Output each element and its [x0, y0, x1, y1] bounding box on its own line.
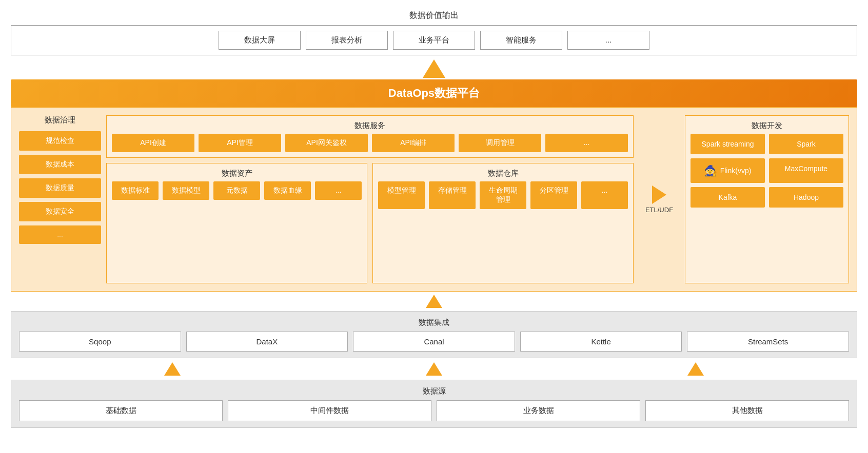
output-box-smartservice: 智能服务	[480, 31, 562, 50]
arrow-head	[423, 59, 445, 78]
etl-arrow	[652, 186, 666, 204]
integration-boxes: Sqoop DataX Canal Kettle StreamSets	[19, 332, 849, 352]
output-title: 数据价值输出	[11, 10, 857, 21]
datasource-arrow-1	[426, 362, 442, 376]
output-boxes: 数据大屏 报表分析 业务平台 智能服务 ...	[11, 25, 857, 55]
main-container: 数据价值输出 数据大屏 报表分析 业务平台 智能服务 ... DataOps数据…	[11, 10, 857, 428]
datawarehouse-item-3: 分区管理	[530, 181, 577, 209]
integration-item-2: Canal	[353, 332, 515, 352]
datadev-label: 数据开发	[691, 121, 843, 131]
datadev-column: 数据开发 Spark streaming Spark 🧙 Flink(vvp) …	[685, 115, 849, 283]
dataservice-panel: 数据服务 API创建 API管理 API网关鉴权 API编排 调用管理 ...	[106, 115, 634, 158]
integration-item-1: DataX	[186, 332, 348, 352]
dataservice-item-5: ...	[545, 134, 628, 152]
output-box-more: ...	[567, 31, 649, 50]
datasource-item-3: 其他数据	[645, 400, 849, 421]
integration-item-0: Sqoop	[19, 332, 181, 352]
middle-column: 数据服务 API创建 API管理 API网关鉴权 API编排 调用管理 ... …	[106, 115, 634, 283]
dataasset-item-2: 元数据	[213, 181, 260, 200]
governance-item-4: ...	[19, 225, 101, 244]
output-arrow-container	[11, 59, 857, 78]
dataasset-item-3: 数据血缘	[264, 181, 311, 200]
datawarehouse-label: 数据仓库	[378, 169, 628, 178]
datadev-item-0: Spark streaming	[691, 134, 765, 154]
integration-arrow	[426, 295, 442, 308]
governance-item-1: 数据成本	[19, 155, 101, 174]
dataservice-item-3: API编排	[372, 134, 455, 152]
datawarehouse-item-4: ...	[581, 181, 628, 209]
datasource-arrow-2	[687, 362, 704, 376]
integration-item-4: StreamSets	[687, 332, 849, 352]
datasource-item-0: 基础数据	[19, 400, 223, 421]
datawarehouse-item-0: 模型管理	[378, 181, 425, 209]
integration-section: 数据集成 Sqoop DataX Canal Kettle StreamSets	[11, 311, 857, 358]
datasource-title: 数据源	[19, 386, 849, 396]
dataservice-item-4: 调用管理	[459, 134, 541, 152]
output-box-report: 报表分析	[306, 31, 388, 50]
datadev-item-1: Spark	[769, 134, 843, 154]
flink-icon: 🧙	[704, 164, 717, 177]
dataops-title: DataOps数据平台	[388, 87, 480, 99]
governance-item-3: 数据安全	[19, 202, 101, 221]
dataservice-label: 数据服务	[112, 121, 628, 131]
datadev-item-2-label: Flink(vvp)	[720, 167, 752, 175]
datasource-arrow-0	[164, 362, 181, 376]
orange-area: 数据治理 规范检查 数据成本 数据质量 数据安全 ... 数据服务 API创建 …	[11, 107, 857, 292]
datawarehouse-panel: 数据仓库 模型管理 存储管理 生命周期管理 分区管理 ...	[372, 163, 634, 283]
dataasset-buttons: 数据标准 数据模型 元数据 数据血缘 ...	[112, 181, 362, 200]
datasource-item-2: 业务数据	[437, 400, 640, 421]
datasource-arrows-row	[11, 359, 857, 379]
output-box-dashscreen: 数据大屏	[219, 31, 301, 50]
output-arrow	[423, 59, 445, 78]
integration-title: 数据集成	[19, 318, 849, 327]
datawarehouse-buttons: 模型管理 存储管理 生命周期管理 分区管理 ...	[378, 181, 628, 209]
datadev-item-5: Hadoop	[769, 187, 843, 208]
dataservice-item-1: API管理	[199, 134, 281, 152]
bottom-panels: 数据资产 数据标准 数据模型 元数据 数据血缘 ... 数据仓库 模型管理 存储…	[106, 163, 634, 283]
dataops-platform: DataOps数据平台	[11, 79, 857, 107]
dataservice-buttons: API创建 API管理 API网关鉴权 API编排 调用管理 ...	[112, 134, 628, 152]
datadev-item-4: Kafka	[691, 187, 765, 208]
datadev-item-2: 🧙 Flink(vvp)	[691, 158, 765, 183]
integration-arrow-row	[11, 293, 857, 310]
governance-item-2: 数据质量	[19, 178, 101, 198]
datawarehouse-item-2: 生命周期管理	[480, 181, 526, 209]
etl-area: ETL/UDF	[639, 115, 680, 283]
datadev-item-3: MaxCompute	[769, 158, 843, 183]
dataservice-item-2: API网关鉴权	[285, 134, 368, 152]
integration-item-3: Kettle	[520, 332, 682, 352]
datasource-boxes: 基础数据 中间件数据 业务数据 其他数据	[19, 400, 849, 421]
datadev-grid: Spark streaming Spark 🧙 Flink(vvp) MaxCo…	[691, 134, 843, 208]
datawarehouse-item-1: 存储管理	[429, 181, 476, 209]
datasource-section: 数据源 基础数据 中间件数据 业务数据 其他数据	[11, 380, 857, 428]
datasource-item-1: 中间件数据	[228, 400, 431, 421]
governance-column: 数据治理 规范检查 数据成本 数据质量 数据安全 ...	[19, 115, 101, 283]
dataasset-panel: 数据资产 数据标准 数据模型 元数据 数据血缘 ...	[106, 163, 367, 283]
governance-item-0: 规范检查	[19, 131, 101, 151]
output-section: 数据价值输出 数据大屏 报表分析 业务平台 智能服务 ...	[11, 10, 857, 55]
dataasset-item-0: 数据标准	[112, 181, 159, 200]
governance-label: 数据治理	[19, 115, 101, 125]
dataasset-item-1: 数据模型	[163, 181, 209, 200]
dataservice-item-0: API创建	[112, 134, 194, 152]
etl-label: ETL/UDF	[645, 206, 673, 214]
output-box-bizplatform: 业务平台	[393, 31, 475, 50]
dataasset-label: 数据资产	[112, 169, 362, 178]
dataasset-item-4: ...	[315, 181, 362, 200]
